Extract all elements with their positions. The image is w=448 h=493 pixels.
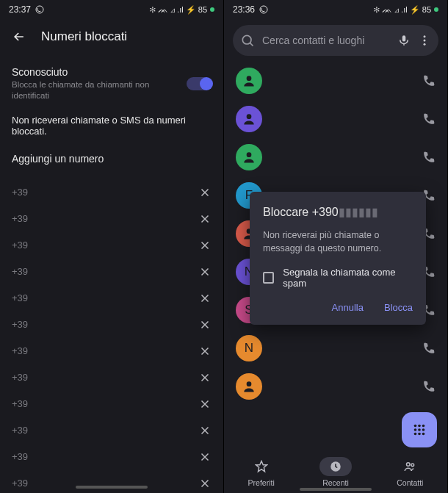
- blocked-number-row: +39: [0, 470, 223, 493]
- remove-icon[interactable]: [198, 424, 212, 437]
- remove-icon[interactable]: [198, 397, 212, 411]
- avatar: [236, 68, 262, 94]
- people-icon: [403, 460, 416, 473]
- remove-icon[interactable]: [198, 450, 212, 464]
- contact-row[interactable]: [224, 138, 447, 176]
- page-title: Numeri bloccati: [41, 29, 127, 44]
- remove-icon[interactable]: [198, 477, 212, 490]
- blocked-number-row: +39: [0, 232, 223, 259]
- nav-label: Preferiti: [248, 478, 275, 487]
- call-icon[interactable]: [422, 342, 436, 356]
- status-dot-icon: [210, 7, 214, 12]
- svg-point-9: [247, 152, 252, 157]
- remove-icon[interactable]: [198, 345, 212, 358]
- contact-row[interactable]: [224, 62, 447, 100]
- svg-point-23: [411, 463, 414, 466]
- contact-row[interactable]: [224, 367, 447, 406]
- dialog-body: Non riceverai più chiamate o messaggi da…: [263, 229, 413, 255]
- blocked-number-list: +39+39+39+39+39+39+39+39+39+39+39+39: [0, 179, 223, 493]
- svg-point-19: [418, 433, 421, 436]
- remove-icon[interactable]: [198, 265, 212, 278]
- svg-point-8: [247, 114, 252, 119]
- blocked-number-text: +39: [12, 240, 28, 251]
- search-bar[interactable]: Cerca contatti e luoghi: [233, 25, 438, 56]
- status-time: 23:37: [9, 4, 31, 15]
- status-icons: ✻ ᨏ ⊿ .ıl ⚡ 85: [150, 5, 207, 15]
- blocked-number-text: +39: [12, 451, 28, 462]
- star-icon: [255, 460, 268, 473]
- blocked-number-text: +39: [12, 292, 28, 303]
- remove-icon[interactable]: [198, 292, 212, 305]
- contact-row[interactable]: N: [224, 329, 447, 367]
- remove-icon[interactable]: [198, 239, 212, 252]
- svg-point-7: [247, 76, 252, 81]
- blocked-number-row: +39: [0, 285, 223, 312]
- blocked-number-text: +39: [12, 187, 28, 198]
- block-button[interactable]: Blocca: [384, 302, 413, 313]
- checkbox-icon[interactable]: [263, 272, 274, 284]
- blocked-number-text: +39: [12, 213, 28, 224]
- bottom-nav: Preferiti Recenti Contatti: [224, 450, 447, 493]
- status-dot-icon: [434, 7, 438, 12]
- nav-pill-icon: [300, 488, 372, 491]
- nav-recents[interactable]: Recenti: [298, 457, 372, 487]
- header: Numeri bloccati: [0, 19, 223, 54]
- status-time: 23:36: [233, 4, 255, 15]
- dialog-title: Bloccare +390▮▮▮▮▮▮: [263, 205, 413, 219]
- unknown-toggle-switch[interactable]: [187, 77, 212, 90]
- svg-point-22: [407, 462, 411, 466]
- nav-label: Recenti: [322, 478, 349, 487]
- svg-point-2: [242, 35, 251, 44]
- spam-checkbox-row[interactable]: Segnala la chiamata come spam: [263, 267, 413, 289]
- blocked-number-row: +39: [0, 444, 223, 470]
- blocked-number-text: +39: [12, 398, 28, 409]
- unknown-toggle-section: Sconosciuto Blocca le chiamate da chiama…: [0, 54, 223, 115]
- clock-icon: [329, 460, 342, 473]
- svg-point-1: [260, 6, 267, 13]
- whatsapp-icon: [259, 5, 268, 14]
- remove-icon[interactable]: [198, 212, 212, 226]
- blocked-number-row: +39: [0, 417, 223, 444]
- status-icons: ✻ ᨏ ⊿ .ıl ⚡ 85: [374, 5, 431, 15]
- toggle-title: Sconosciuto: [12, 66, 187, 78]
- call-icon[interactable]: [422, 112, 436, 126]
- avatar: N: [236, 335, 262, 361]
- nav-favorites[interactable]: Preferiti: [224, 457, 298, 487]
- avatar: [236, 106, 262, 132]
- blocked-number-text: +39: [12, 372, 28, 383]
- add-number-button[interactable]: Aggiungi un numero: [0, 153, 223, 179]
- dialpad-icon: [411, 422, 427, 438]
- svg-point-4: [424, 35, 426, 37]
- blocked-number-row: +39: [0, 206, 223, 232]
- blocked-number-text: +39: [12, 319, 28, 330]
- more-vert-icon[interactable]: [418, 34, 431, 47]
- svg-point-16: [418, 428, 421, 431]
- remove-icon[interactable]: [198, 318, 212, 331]
- remove-icon[interactable]: [198, 186, 212, 199]
- blocked-number-text: +39: [12, 478, 28, 489]
- phone-left: 23:37 ✻ ᨏ ⊿ .ıl ⚡ 85 Numeri bloccati Sco…: [0, 0, 224, 493]
- blocked-number-row: +39: [0, 259, 223, 285]
- svg-point-20: [422, 433, 425, 436]
- blocked-number-row: +39: [0, 312, 223, 338]
- remove-icon[interactable]: [198, 371, 212, 384]
- call-icon[interactable]: [422, 74, 436, 88]
- mic-icon[interactable]: [397, 34, 411, 47]
- avatar: [236, 144, 262, 170]
- call-icon[interactable]: [422, 151, 436, 165]
- dialpad-fab[interactable]: [402, 412, 437, 447]
- call-icon[interactable]: [422, 380, 436, 394]
- blocked-number-row: +39: [0, 364, 223, 391]
- nav-pill-icon: [76, 486, 148, 489]
- avatar: [236, 373, 262, 400]
- status-bar: 23:36 ✻ ᨏ ⊿ .ıl ⚡ 85: [224, 0, 447, 19]
- contact-row[interactable]: [224, 100, 447, 138]
- blocked-number-text: +39: [12, 345, 28, 356]
- back-arrow-icon[interactable]: [12, 29, 26, 44]
- cancel-button[interactable]: Annulla: [332, 302, 364, 313]
- nav-contacts[interactable]: Contatti: [373, 457, 447, 487]
- svg-point-6: [424, 43, 426, 46]
- blocked-number-text: +39: [12, 266, 28, 277]
- svg-point-13: [418, 425, 421, 428]
- blocked-number-row: +39: [0, 338, 223, 364]
